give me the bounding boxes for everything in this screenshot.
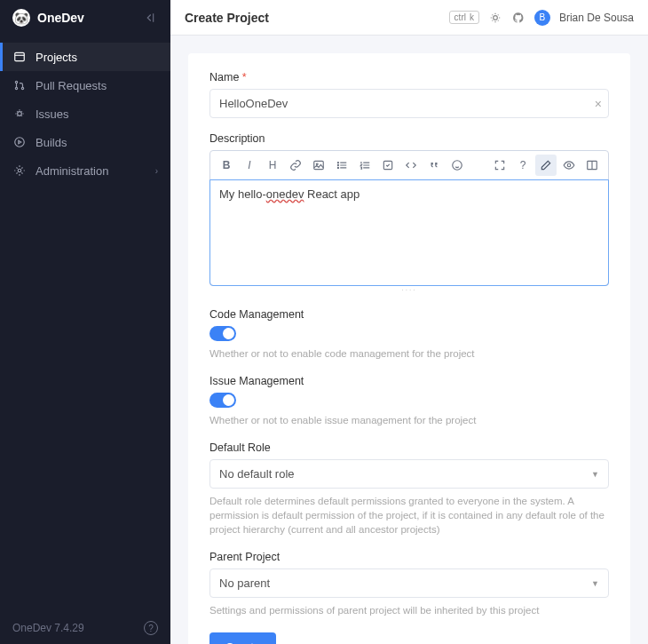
svg-rect-0 [15, 52, 25, 60]
name-input[interactable] [209, 89, 609, 118]
page-title: Create Project [185, 11, 269, 25]
svg-point-12 [337, 167, 338, 168]
image-icon[interactable] [308, 155, 329, 176]
sidebar-item-builds[interactable]: Builds [0, 128, 170, 156]
parent-select[interactable]: No parent ▼ [209, 568, 609, 598]
sidebar-item-label: Pull Requests [36, 79, 107, 92]
sidebar-item-projects[interactable]: Projects [0, 43, 170, 71]
gear-icon [12, 163, 27, 178]
parent-help: Settings and permissions of parent proje… [209, 603, 609, 617]
name-label: Name * [209, 71, 609, 83]
projects-icon [12, 50, 27, 64]
bold-icon[interactable]: B [216, 155, 237, 176]
field-name: Name * × [209, 71, 609, 118]
required-marker: * [242, 71, 247, 83]
svg-point-1 [15, 81, 17, 83]
sidebar: 🐼 OneDev Projects Pull Requests Issues [0, 0, 170, 644]
svg-point-4 [18, 112, 22, 116]
pull-request-icon [12, 78, 27, 92]
svg-point-14 [453, 161, 462, 171]
sidebar-nav: Projects Pull Requests Issues Builds Adm… [0, 36, 170, 612]
code-icon[interactable] [400, 155, 422, 176]
svg-point-6 [18, 169, 21, 172]
split-icon[interactable] [581, 155, 603, 176]
description-input[interactable]: My hello-onedev React app [209, 179, 609, 286]
content: Name * × Description B I H [170, 36, 648, 644]
create-button[interactable]: Create [209, 632, 276, 644]
chevron-right-icon: › [155, 166, 158, 176]
svg-point-5 [15, 138, 25, 147]
description-label: Description [209, 132, 609, 145]
topbar: Create Project ctrlk B Brian De Sousa [170, 0, 648, 36]
issue-mgmt-help: Whether or not to enable issue managemen… [209, 413, 609, 427]
sidebar-item-label: Builds [36, 136, 67, 149]
emoji-icon[interactable] [446, 155, 468, 176]
field-default-role: Default Role No default role ▼ Default r… [209, 441, 609, 537]
logo-icon: 🐼 [12, 9, 30, 27]
field-code-management: Code Management Whether or not to enable… [209, 308, 609, 361]
username[interactable]: Brian De Sousa [559, 12, 634, 24]
avatar[interactable]: B [534, 10, 550, 26]
parent-label: Parent Project [209, 551, 609, 563]
sidebar-footer: OneDev 7.4.29 ? [0, 612, 170, 644]
preview-icon[interactable] [558, 155, 580, 176]
task-icon[interactable] [377, 155, 399, 176]
svg-point-15 [567, 163, 571, 167]
svg-point-2 [15, 87, 17, 89]
brand-name: OneDev [37, 11, 84, 25]
field-parent-project: Parent Project No parent ▼ Settings and … [209, 551, 609, 617]
sidebar-item-pull-requests[interactable]: Pull Requests [0, 71, 170, 99]
main: Create Project ctrlk B Brian De Sousa Na… [170, 0, 648, 644]
default-role-select[interactable]: No default role ▼ [209, 459, 609, 489]
clear-icon[interactable]: × [595, 97, 602, 111]
sun-icon[interactable] [488, 11, 502, 25]
sidebar-item-label: Projects [36, 51, 77, 64]
code-mgmt-toggle[interactable] [209, 326, 236, 341]
field-description: Description B I H [209, 132, 609, 294]
issue-mgmt-label: Issue Management [209, 375, 609, 387]
quote-icon[interactable] [423, 155, 445, 176]
fullscreen-icon[interactable] [489, 155, 510, 176]
sidebar-item-label: Administration [36, 164, 108, 178]
topbar-right: ctrlk B Brian De Sousa [449, 10, 634, 26]
keyboard-shortcut[interactable]: ctrlk [449, 11, 479, 24]
sidebar-item-administration[interactable]: Administration › [0, 156, 170, 185]
sidebar-header: 🐼 OneDev [0, 0, 170, 36]
sidebar-item-issues[interactable]: Issues [0, 99, 170, 128]
code-mgmt-help: Whether or not to enable code management… [209, 346, 609, 361]
caret-down-icon: ▼ [591, 579, 599, 588]
svg-point-7 [494, 15, 498, 20]
svg-point-3 [21, 87, 23, 89]
caret-down-icon: ▼ [591, 470, 599, 479]
link-icon[interactable] [285, 155, 306, 176]
default-role-label: Default Role [209, 441, 609, 454]
field-issue-management: Issue Management Whether or not to enabl… [209, 375, 609, 427]
editor-toolbar: B I H ? [210, 151, 608, 180]
help-icon[interactable]: ? [144, 621, 158, 635]
sidebar-collapse-button[interactable] [140, 9, 158, 27]
version-label: OneDev 7.4.29 [12, 622, 84, 634]
play-circle-icon [12, 135, 27, 149]
sidebar-item-label: Issues [36, 107, 69, 121]
svg-rect-8 [314, 161, 324, 169]
rich-text-editor: B I H ? [209, 150, 609, 286]
svg-point-11 [337, 164, 338, 165]
default-role-help: Default role determines default permissi… [209, 494, 609, 537]
resize-handle[interactable]: ···· [209, 286, 609, 294]
logo[interactable]: 🐼 OneDev [12, 9, 84, 27]
form-card: Name * × Description B I H [188, 53, 630, 644]
bug-icon [12, 107, 27, 121]
help-toolbar-icon[interactable]: ? [512, 155, 533, 176]
issue-mgmt-toggle[interactable] [209, 393, 236, 408]
italic-icon[interactable]: I [239, 155, 260, 176]
svg-point-9 [316, 163, 318, 165]
code-mgmt-label: Code Management [209, 308, 609, 321]
ol-icon[interactable] [354, 155, 375, 176]
heading-icon[interactable]: H [262, 155, 283, 176]
ul-icon[interactable] [331, 155, 352, 176]
svg-point-10 [337, 163, 338, 163]
github-icon[interactable] [511, 11, 526, 25]
edit-mode-icon[interactable] [535, 155, 557, 176]
